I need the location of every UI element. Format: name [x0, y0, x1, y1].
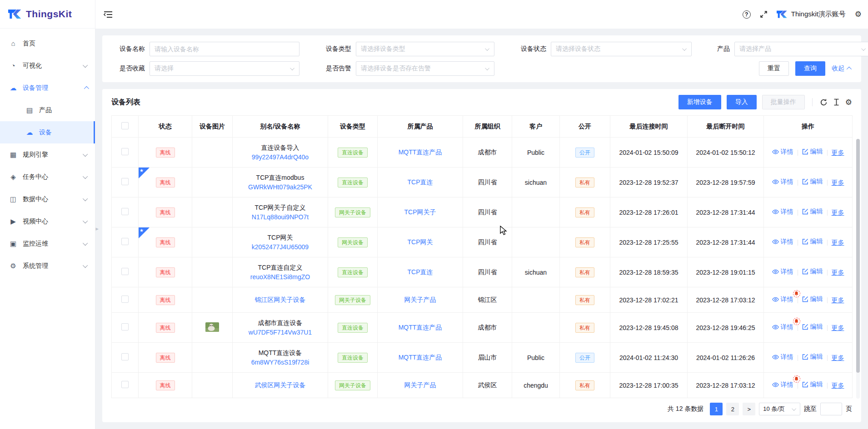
edit-link[interactable]: 编辑 — [802, 380, 823, 389]
row-height-icon[interactable] — [833, 99, 840, 106]
more-link[interactable]: 更多 — [832, 149, 844, 157]
device-name-link[interactable]: 99y22497A4drQ40o — [235, 153, 325, 162]
sidebar-item-product[interactable]: ▤ 产品 — [0, 99, 95, 121]
row-checkbox[interactable] — [121, 381, 129, 388]
row-checkbox[interactable] — [121, 148, 129, 155]
batch-actions-button[interactable]: 批量操作 — [762, 95, 805, 109]
device-name-link[interactable]: reuoX8NE1Si8mgZO — [235, 272, 325, 282]
device-type-select[interactable]: 请选择设备类型 — [356, 42, 494, 56]
help-icon[interactable]: ? — [743, 10, 751, 19]
product-select[interactable]: 请选择产品 — [734, 42, 868, 56]
sidebar-item-task-center[interactable]: ◈ 任务中心 — [0, 166, 95, 188]
account-menu[interactable]: Thingskit演示账号 — [777, 10, 846, 19]
detail-link[interactable]: 详情 — [772, 268, 793, 276]
edit-link[interactable]: 编辑 — [802, 237, 823, 246]
edit-link[interactable]: 编辑 — [802, 323, 823, 331]
edit-link[interactable]: 编辑 — [802, 148, 823, 156]
more-link[interactable]: 更多 — [832, 354, 844, 362]
device-name-link[interactable]: GWRkWHt079ak25PK — [235, 182, 325, 192]
page-2-button[interactable]: 2 — [726, 403, 739, 415]
menu-fold-icon[interactable] — [104, 10, 113, 19]
more-link[interactable]: 更多 — [832, 209, 844, 217]
table-scrollbar[interactable] — [856, 139, 860, 399]
device-name-link[interactable]: 6m8WY76sS19f728i — [235, 358, 325, 367]
more-link[interactable]: 更多 — [832, 382, 844, 390]
edit-link[interactable]: 编辑 — [802, 207, 823, 216]
favorite-select[interactable]: 请选择 — [150, 61, 299, 76]
reset-button[interactable]: 重置 — [759, 61, 789, 76]
sidebar-item-monitoring[interactable]: ▣ 监控运维 — [0, 232, 95, 255]
filter-device-status: 设备状态 请选择设备状态 — [514, 42, 692, 56]
jump-page-input[interactable] — [820, 403, 842, 415]
product-link[interactable]: MQTT直连产品 — [399, 324, 442, 331]
column-settings-icon[interactable]: ⚙ — [845, 98, 852, 107]
page-1-button[interactable]: 1 — [710, 403, 723, 415]
row-checkbox[interactable] — [121, 238, 129, 245]
fullscreen-icon[interactable] — [760, 10, 768, 18]
favorite-star-ribbon: ★ — [139, 168, 150, 179]
query-button[interactable]: 查询 — [795, 61, 825, 76]
detail-link[interactable]: 详情 — [772, 323, 793, 331]
edit-link[interactable]: 编辑 — [802, 267, 823, 276]
refresh-icon[interactable] — [820, 99, 828, 106]
page-size-select[interactable]: 10 条/页 — [759, 403, 800, 415]
device-management-icon: ☁ — [9, 84, 17, 92]
sidebar-item-video-center[interactable]: ▶ 视频中心 — [0, 210, 95, 232]
row-checkbox[interactable] — [121, 268, 129, 275]
sidebar-item-data-center[interactable]: ◫ 数据中心 — [0, 188, 95, 210]
product-link[interactable]: MQTT直连产品 — [399, 148, 442, 156]
more-link[interactable]: 更多 — [832, 239, 844, 247]
detail-link[interactable]: 详情 — [772, 353, 793, 361]
sidebar-item-device-management[interactable]: ☁ 设备管理 — [0, 77, 95, 99]
product-link[interactable]: TCP网关子 — [404, 208, 436, 216]
sidebar-expand-handle[interactable]: ▸ — [95, 225, 99, 232]
detail-link[interactable]: 详情 — [772, 296, 793, 304]
add-device-button[interactable]: 新增设备 — [678, 95, 721, 109]
edit-link[interactable]: 编辑 — [802, 295, 823, 303]
sidebar-item-device[interactable]: ☁ 设备 — [0, 121, 95, 143]
more-link[interactable]: 更多 — [832, 269, 844, 277]
detail-link[interactable]: 详情 — [772, 148, 793, 156]
product-link[interactable]: 网关子产品 — [404, 296, 436, 303]
more-link[interactable]: 更多 — [832, 324, 844, 332]
detail-link[interactable]: 详情 — [772, 381, 793, 389]
settings-gear-icon[interactable]: ⚙ — [855, 10, 862, 19]
device-name-link[interactable]: k2052477J4U65009 — [235, 242, 325, 252]
product-link[interactable]: TCP直连 — [408, 268, 433, 276]
product-link[interactable]: TCP直连 — [408, 178, 433, 186]
device-name-link[interactable]: 武侯区网关子设备 — [235, 380, 325, 390]
row-checkbox[interactable] — [121, 353, 129, 360]
row-checkbox[interactable] — [121, 323, 129, 330]
sidebar-item-visualization[interactable]: ◔ 可视化 — [0, 54, 95, 77]
row-checkbox[interactable] — [121, 296, 129, 303]
device-status-select[interactable]: 请选择设备状态 — [551, 42, 692, 56]
more-link[interactable]: 更多 — [832, 179, 844, 187]
table-row: ★离线TCP直连modbusGWRkWHt079ak25PK直连设备TCP直连四… — [112, 168, 853, 197]
select-all-checkbox[interactable] — [121, 122, 129, 129]
scrollbar-thumb[interactable] — [856, 139, 860, 373]
edit-link[interactable]: 编辑 — [802, 353, 823, 361]
alarm-select[interactable]: 请选择设备是否存在告警 — [356, 61, 494, 76]
device-name-link[interactable]: wU7DF5F714Vw37U1 — [235, 328, 325, 337]
row-checkbox[interactable] — [121, 208, 129, 215]
brand-logo[interactable]: ThingsKit — [0, 0, 95, 29]
next-page-button[interactable]: > — [743, 403, 755, 415]
detail-link[interactable]: 详情 — [772, 178, 793, 186]
detail-link[interactable]: 详情 — [772, 208, 793, 216]
product-link[interactable]: TCP网关 — [408, 238, 433, 246]
device-image[interactable] — [205, 322, 219, 332]
import-button[interactable]: 导入 — [727, 95, 757, 109]
product-link[interactable]: MQTT直连产品 — [399, 354, 442, 361]
detail-link[interactable]: 详情 — [772, 238, 793, 246]
sidebar-item-rule-engine[interactable]: ▦ 规则引擎 — [0, 143, 95, 166]
sidebar-item-system-management[interactable]: ⚙ 系统管理 — [0, 255, 95, 277]
product-link[interactable]: 网关子产品 — [404, 381, 436, 389]
edit-link[interactable]: 编辑 — [802, 178, 823, 186]
sidebar-item-home[interactable]: ⌂ 首页 — [0, 32, 95, 54]
device-name-link[interactable]: 锦江区网关子设备 — [235, 295, 325, 305]
device-name-link[interactable]: N17Lq88oui9NPO7t — [235, 212, 325, 222]
row-checkbox[interactable] — [121, 178, 129, 185]
device-name-input[interactable] — [155, 45, 294, 53]
more-link[interactable]: 更多 — [832, 296, 844, 305]
collapse-filters-link[interactable]: 收起 — [832, 64, 850, 73]
